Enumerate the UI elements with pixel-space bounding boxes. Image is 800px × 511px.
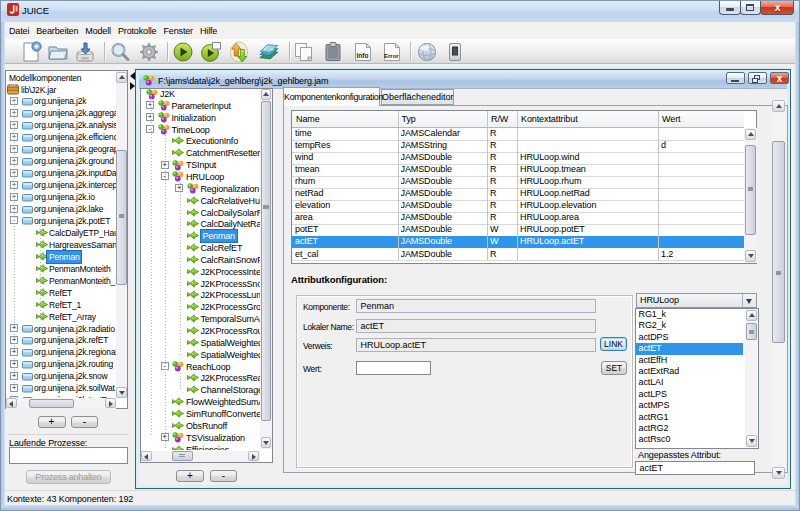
svg-text:Error: Error bbox=[384, 53, 399, 59]
svg-text:Info: Info bbox=[357, 52, 369, 59]
